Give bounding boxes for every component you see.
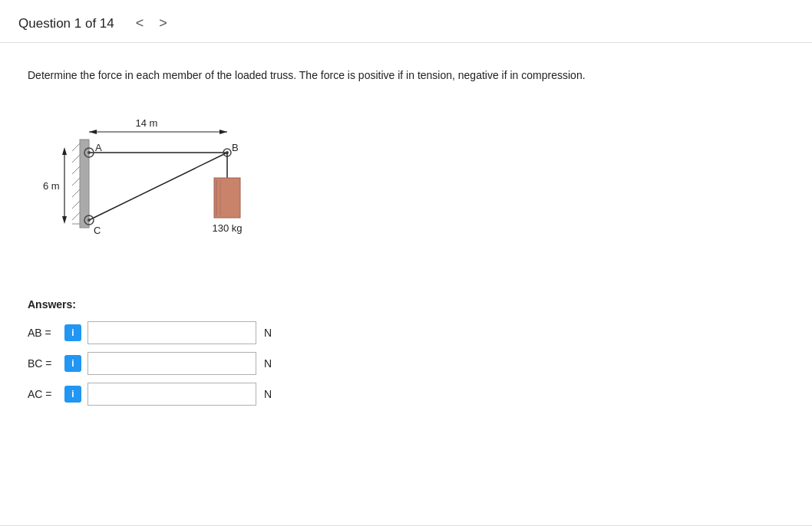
svg-line-10 (72, 201, 80, 209)
svg-marker-1 (62, 147, 67, 155)
bc-input[interactable] (87, 352, 256, 375)
problem-text: Determine the force in each member of th… (28, 67, 784, 84)
answer-row-bc: BC = i N (28, 352, 784, 375)
ab-input[interactable] (87, 321, 256, 344)
prev-button[interactable]: < (130, 14, 150, 33)
svg-text:B: B (232, 142, 239, 153)
bc-info-badge[interactable]: i (64, 355, 81, 372)
svg-rect-29 (214, 178, 240, 218)
svg-marker-2 (62, 216, 67, 224)
svg-line-7 (72, 166, 80, 174)
answer-row-ac: AC = i N (28, 383, 784, 406)
svg-line-8 (72, 178, 80, 186)
answers-section: Answers: AB = i N BC = i N AC = i N (28, 298, 784, 406)
svg-point-26 (87, 219, 91, 222)
svg-marker-15 (220, 130, 227, 134)
ac-unit: N (264, 388, 272, 400)
question-label: Question 1 of 14 (18, 16, 114, 31)
ab-variable: AB = (28, 327, 64, 339)
svg-text:130 kg: 130 kg (212, 222, 242, 234)
ac-variable: AC = (28, 388, 64, 400)
bc-variable: BC = (28, 357, 64, 370)
ab-unit: N (264, 327, 272, 339)
diagram-area: 6 m 14 m (35, 105, 784, 274)
next-button[interactable]: > (153, 14, 173, 33)
bc-unit: N (264, 357, 272, 370)
content-area: Determine the force in each member of th… (0, 43, 812, 432)
truss-diagram: 6 m 14 m (35, 105, 312, 274)
svg-line-9 (72, 189, 80, 197)
svg-text:14 m: 14 m (136, 117, 158, 129)
ac-input[interactable] (87, 383, 256, 406)
ac-info-badge[interactable]: i (64, 386, 81, 403)
svg-point-20 (87, 151, 91, 154)
svg-line-18 (89, 153, 227, 220)
answers-label: Answers: (28, 298, 784, 311)
page-container: Question 1 of 14 < > Determine the force… (0, 0, 812, 526)
answer-row-ab: AB = i N (28, 321, 784, 344)
svg-text:6 m: 6 m (43, 180, 60, 192)
svg-line-11 (72, 212, 80, 220)
svg-line-6 (72, 155, 80, 163)
svg-line-5 (72, 143, 80, 151)
svg-text:A: A (95, 142, 102, 153)
svg-marker-14 (89, 130, 97, 134)
svg-text:C: C (94, 225, 101, 236)
ab-info-badge[interactable]: i (64, 324, 81, 341)
header: Question 1 of 14 < > (0, 0, 812, 43)
